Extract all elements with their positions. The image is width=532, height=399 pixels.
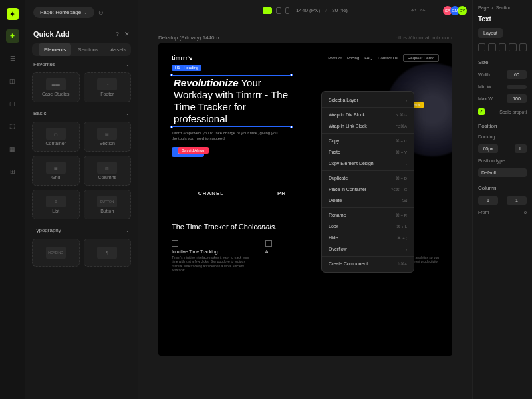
- element-list[interactable]: ≡List: [32, 190, 80, 219]
- menu-item[interactable]: Place in Container⌥⌘ + C: [322, 184, 414, 195]
- favorites-label: Favorites: [33, 61, 55, 67]
- undo-icon[interactable]: ↶: [411, 7, 416, 14]
- canvas-width[interactable]: 1440 (PX): [296, 7, 320, 13]
- size-section-label: Size: [478, 59, 527, 65]
- inspector-panel: Page›Section Text Layout Size Width60 Mi…: [472, 0, 532, 399]
- layers-icon[interactable]: ☰: [6, 52, 19, 65]
- help-icon[interactable]: ?: [116, 31, 119, 37]
- element-button[interactable]: BUTTONButton: [84, 190, 132, 219]
- canvas-zoom[interactable]: 80 (%): [332, 7, 348, 13]
- nav-link: Contact Us: [378, 56, 398, 60]
- image-icon[interactable]: ▦: [6, 142, 19, 156]
- canvas-toolbar: 1440 (PX) / 80 (%) ↶ ↷ SA GM GY: [138, 0, 472, 21]
- nav-link: Pricing: [347, 56, 359, 60]
- canvas: 1440 (PX) / 80 (%) ↶ ↷ SA GM GY Dekstop …: [138, 0, 472, 399]
- element-section[interactable]: ▤Section: [84, 122, 132, 152]
- element-case-studies[interactable]: ▬▬Case Studies: [32, 72, 80, 102]
- element-paragraph[interactable]: ¶: [84, 239, 132, 267]
- desktop-icon[interactable]: [263, 7, 272, 14]
- brand-logo: CHANEL: [198, 190, 224, 196]
- mobile-icon[interactable]: [285, 7, 289, 14]
- feature-card: Intuitive Time Tracking Timrrr's intuiti…: [172, 240, 252, 273]
- position-type-select[interactable]: Default: [478, 168, 527, 177]
- element-grid[interactable]: ▦Grid: [32, 156, 80, 186]
- menu-item[interactable]: Create Component⇧⌘A: [322, 258, 414, 269]
- tablet-icon[interactable]: [276, 7, 281, 14]
- minw-input[interactable]: [507, 85, 527, 89]
- width-input[interactable]: 60: [507, 70, 527, 79]
- menu-item[interactable]: Duplicate⌘ + D: [322, 172, 414, 184]
- page-icon[interactable]: ▢: [6, 97, 19, 110]
- quick-add-panel: Page: Homepage⌄ ⊙ Quick Add ? ✕ Elements…: [25, 0, 138, 399]
- apps-icon[interactable]: ⊞: [6, 165, 19, 178]
- position-unit[interactable]: L: [515, 144, 527, 153]
- page-selector[interactable]: Page: Homepage⌄: [33, 7, 94, 18]
- brand-logo: PR: [277, 190, 286, 196]
- menu-item[interactable]: Lock⌘ + L: [322, 221, 414, 232]
- collaborator-cursor: Sayyid Ahsan: [178, 147, 209, 154]
- align-middle-icon[interactable]: [519, 43, 527, 51]
- chevron-down-icon[interactable]: ⌄: [126, 62, 130, 67]
- nav-link: FAQ: [364, 56, 372, 60]
- redo-icon[interactable]: ↷: [420, 7, 426, 14]
- context-menu: Select a Layer›Wrap in Div Block⌥⌘GWrap …: [321, 91, 414, 273]
- inspector-title: Text: [478, 15, 527, 23]
- menu-item[interactable]: Wrap in Div Block⌥⌘G: [322, 109, 414, 120]
- position-section-label: Position: [478, 123, 527, 129]
- menu-item[interactable]: Paste⌘ + V: [322, 146, 414, 158]
- tab-elements[interactable]: Elements: [39, 43, 71, 56]
- close-icon[interactable]: ✕: [124, 31, 130, 37]
- collaborator-avatars: SA GM GY: [445, 6, 467, 15]
- element-tag: H1 - Heading: [172, 65, 201, 71]
- column-to[interactable]: 1: [507, 196, 527, 205]
- element-container[interactable]: ▢Container: [32, 122, 80, 152]
- chevron-down-icon[interactable]: ⌄: [126, 228, 130, 233]
- position-value[interactable]: 60px: [478, 144, 498, 153]
- typography-label: Typography: [33, 227, 61, 233]
- selected-heading[interactable]: Revolutionize Your Workday with Timrrr -…: [172, 75, 291, 127]
- menu-item[interactable]: Hide⌘ + ;: [322, 232, 414, 243]
- menu-item[interactable]: Overflow›: [322, 243, 414, 255]
- feature-icon: [172, 240, 178, 247]
- layout-button[interactable]: Layout: [478, 28, 503, 38]
- frame-name: Dekstop (Primary) 1440px: [158, 35, 220, 41]
- frame-url: https://timrrr.atomix.com: [396, 35, 452, 41]
- scale-checkbox[interactable]: ✓: [478, 108, 485, 115]
- app-logo[interactable]: ✦: [7, 8, 19, 20]
- chevron-down-icon[interactable]: ⌄: [126, 111, 130, 116]
- tab-assets[interactable]: Assets: [105, 43, 132, 56]
- site-logo: timrrr↘: [172, 55, 193, 61]
- assets-icon[interactable]: ⬚: [6, 120, 19, 133]
- menu-item[interactable]: Delete⌫: [322, 195, 414, 206]
- menu-item[interactable]: Copy Element Design›: [322, 158, 414, 169]
- hero-subtitle: Timrrr empowers you to take charge of yo…: [172, 131, 278, 142]
- tab-sections[interactable]: Sections: [72, 43, 104, 56]
- align-center-icon[interactable]: [488, 43, 495, 51]
- breadcrumb: Page›Section: [478, 5, 527, 10]
- avatar[interactable]: GY: [458, 6, 467, 15]
- panel-title: Quick Add: [33, 30, 70, 38]
- menu-item[interactable]: Wrap in Link Block⌥⌘A: [322, 120, 414, 132]
- demo-button: Request Demo: [403, 54, 439, 62]
- element-columns[interactable]: ▥Columns: [84, 156, 132, 186]
- menu-item[interactable]: Copy⌘ + C: [322, 135, 414, 146]
- quick-add-tabs: Elements Sections Assets: [32, 43, 131, 56]
- settings-icon[interactable]: ⊙: [98, 9, 104, 16]
- align-top-icon[interactable]: [509, 43, 516, 51]
- align-left-icon[interactable]: [478, 43, 485, 51]
- basic-label: Basic: [33, 110, 47, 116]
- align-right-icon[interactable]: [499, 43, 506, 51]
- element-footer[interactable]: ···Footer: [84, 72, 132, 102]
- element-heading[interactable]: HEADING: [32, 239, 80, 267]
- menu-item[interactable]: Select a Layer›: [322, 94, 414, 106]
- cube-icon[interactable]: ◫: [6, 74, 19, 88]
- column-from[interactable]: 1: [478, 196, 498, 205]
- menu-item[interactable]: Rename⌘ + R: [322, 209, 414, 221]
- feature-icon: [265, 240, 272, 247]
- nav-link: Product: [328, 56, 342, 60]
- add-button[interactable]: +: [6, 29, 19, 43]
- column-section-label: Column: [478, 185, 527, 191]
- nav-rail: ✦ + ☰ ◫ ▢ ⬚ ▦ ⊞: [0, 0, 25, 399]
- maxw-input[interactable]: 100: [507, 94, 527, 103]
